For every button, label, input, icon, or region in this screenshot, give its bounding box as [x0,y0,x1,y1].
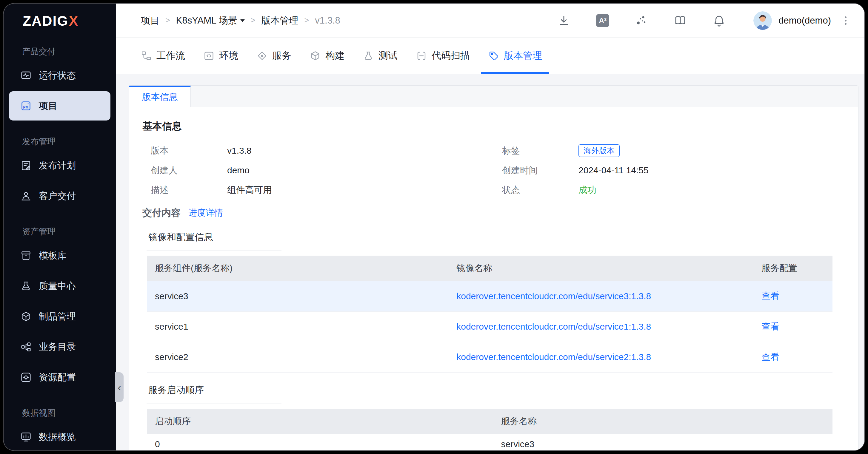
sidebar-item-customer-delivery[interactable]: 客户交付 [9,181,111,210]
code-scan-icon [416,51,427,61]
breadcrumb: 项目 > K8sYAML 场景 > 版本管理 > v1.3.8 [141,14,340,27]
field-creator: 创建人 demo [143,160,494,180]
table-row: service3 koderover.tencentcloudcr.com/ed… [147,281,833,312]
sidebar-section-product-delivery: 产品交付 [22,46,116,57]
breadcrumb-projects[interactable]: 项目 [141,14,159,27]
basic-info-grid: 版本 v1.3.8 标签 海外版本 创建人 demo 创建时间 [143,141,845,200]
logo-x: X [69,13,79,29]
image-link[interactable]: koderover.tencentcloudcr.com/edu/service… [456,291,651,301]
breadcrumb-project-name: K8sYAML 场景 [176,14,237,27]
tab-version-info[interactable]: 版本信息 [129,86,191,107]
sidebar-section-data-view: 数据视图 [22,408,116,419]
tab-environment[interactable]: 环境 [196,38,245,74]
sidebar-item-label: 模板库 [39,249,67,262]
version-tag-icon [488,51,499,61]
workflow-icon [141,51,152,61]
tab-label: 代码扫描 [432,49,470,62]
delivery-header: 交付内容 进度详情 [143,206,845,220]
tab-test[interactable]: 测试 [356,38,405,74]
download-button[interactable] [557,14,571,27]
field-label: 创建人 [151,164,227,176]
tab-label: 测试 [378,49,398,62]
tab-services[interactable]: 服务 [250,38,299,74]
table-row: service2 koderover.tencentcloudcr.com/ed… [147,342,833,372]
sidebar-collapse-handle[interactable]: ‹ [115,372,124,402]
quality-flask-icon [20,281,32,292]
cluster-dots-icon [635,14,648,27]
sidebar-item-data-overview[interactable]: 数据概览 [9,422,111,450]
sidebar-item-quality-center[interactable]: 质量中心 [9,271,111,301]
bell-icon [713,14,725,27]
field-label: 描述 [151,184,227,196]
progress-details-link[interactable]: 进度详情 [188,207,223,219]
images-table: 服务组件(服务名称) 镜像名称 服务配置 service3 koderover.… [147,256,833,372]
sidebar-item-label: 数据概览 [39,431,76,443]
tab-version-management[interactable]: 版本管理 [481,38,549,74]
docs-button[interactable] [673,14,687,27]
kebab-icon [840,15,851,26]
view-config-link[interactable]: 查看 [762,352,779,362]
logo-text: ZADIG [23,13,68,29]
image-link[interactable]: koderover.tencentcloudcr.com/edu/service… [456,352,651,362]
field-value: 2024-04-11 14:55 [579,165,649,175]
field-label: 版本 [151,145,227,157]
sidebar-item-business-catalog[interactable]: 业务目录 [9,332,111,361]
sidebar-section-release-management: 发布管理 [22,136,116,148]
field-status: 状态 成功 [494,180,845,200]
avatar-image [753,11,772,30]
breadcrumb-project-selector[interactable]: K8sYAML 场景 [176,14,245,27]
field-value: v1.3.8 [227,145,252,156]
user-name[interactable]: demo(demo) [778,15,831,26]
app-window: ZADIGX 产品交付 运行状态 PM 项目 发布管理 发布计划 客户交付 资产… [4,4,864,450]
field-description: 描述 组件高可用 [143,180,494,200]
sidebar-item-label: 运行状态 [39,69,76,82]
template-library-icon [20,250,32,261]
image-link[interactable]: koderover.tencentcloudcr.com/edu/service… [456,322,651,331]
column-header: 启动顺序 [147,409,493,434]
field-tag: 标签 海外版本 [494,141,845,160]
delivery-title: 交付内容 [143,206,181,220]
view-config-link[interactable]: 查看 [762,291,779,301]
translate-button[interactable]: A² [596,14,610,27]
tab-code-scan[interactable]: 代码扫描 [409,38,477,74]
images-section-title: 镜像和配置信息 [147,231,281,251]
sidebar-item-label: 质量中心 [39,280,76,292]
build-icon [310,51,320,61]
table-header-row: 启动顺序 服务名称 [147,409,833,434]
table-row: service1 koderover.tencentcloudcr.com/ed… [147,312,833,342]
project-board-icon: PM [20,100,32,111]
view-config-link[interactable]: 查看 [762,322,779,331]
sidebar-item-label: 发布计划 [39,159,76,172]
sidebar-item-label: 业务目录 [39,340,76,353]
field-created-time: 创建时间 2024-04-11 14:55 [494,160,845,180]
data-chart-icon [20,431,32,443]
sidebar-item-label: 制品管理 [39,310,76,323]
sidebar-item-label: 客户交付 [39,190,76,202]
breadcrumb-current-version: v1.3.8 [315,15,340,26]
sidebar-item-release-plan[interactable]: 发布计划 [9,151,111,180]
test-flask-icon [363,51,374,61]
sidebar-item-projects[interactable]: PM 项目 [9,91,111,121]
customer-delivery-icon [20,190,32,202]
breadcrumb-version-management[interactable]: 版本管理 [261,14,299,27]
field-label: 状态 [502,184,579,196]
sidebar-item-template-library[interactable]: 模板库 [9,241,111,270]
tab-build[interactable]: 构建 [303,38,352,74]
user-avatar[interactable] [753,11,772,30]
field-value: 组件高可用 [227,184,272,196]
tab-label: 服务 [272,49,291,62]
chevron-left-icon: ‹ [118,382,121,393]
tab-workflow[interactable]: 工作流 [134,38,192,74]
sidebar-item-running-status[interactable]: 运行状态 [9,61,111,90]
topbar: 项目 > K8sYAML 场景 > 版本管理 > v1.3.8 A² [116,4,864,38]
notifications-button[interactable] [712,14,726,27]
field-label: 创建时间 [502,164,579,176]
cluster-button[interactable] [634,14,648,27]
zadigx-logo[interactable]: ZADIGX [4,11,116,30]
sidebar-item-resource-config[interactable]: 资源配置 [9,363,111,392]
breadcrumb-separator: > [165,16,170,25]
translate-icon: A² [596,14,609,27]
more-menu-button[interactable] [840,15,851,26]
tag-badge[interactable]: 海外版本 [579,144,620,157]
sidebar-item-artifact-management[interactable]: 制品管理 [9,302,111,331]
